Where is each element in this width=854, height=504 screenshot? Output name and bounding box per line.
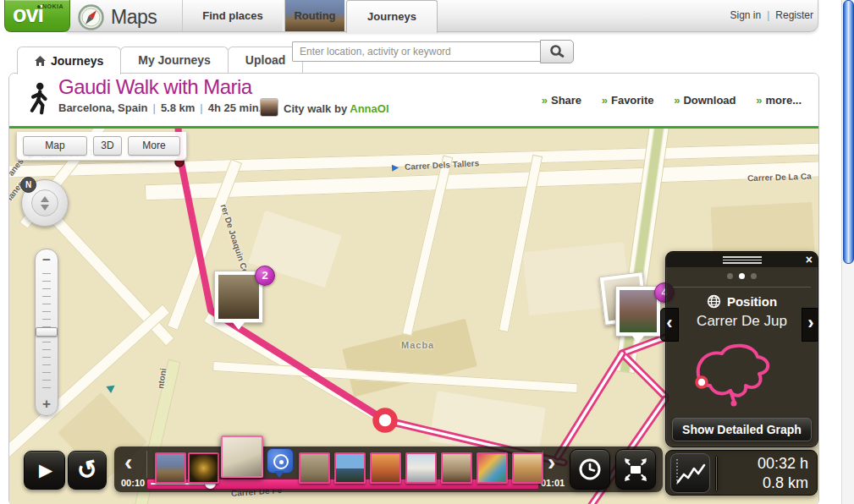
- timeline-end-time: 01:01: [541, 478, 565, 488]
- top-navigation: ovi NOKIA Maps Find places Routing Journ…: [0, 0, 854, 34]
- clock-icon: [577, 457, 603, 482]
- more-link[interactable]: »more...: [756, 94, 802, 107]
- photo-thumbnail-1[interactable]: [155, 452, 186, 484]
- camera-pin[interactable]: [267, 448, 294, 479]
- panel-next-button[interactable]: ›: [802, 308, 818, 342]
- tab-find-places[interactable]: Find places: [182, 0, 284, 31]
- journey-duration: 4h 25 min.: [208, 101, 262, 114]
- journey-actions: »Share »Favorite »Download »more...: [525, 94, 802, 107]
- zoom-slider-handle[interactable]: [36, 327, 58, 337]
- timeline-bar: ‹: [114, 446, 663, 492]
- search-button[interactable]: [540, 40, 574, 63]
- mini-map-position-dot: [697, 377, 707, 387]
- photo-thumbnail-9[interactable]: [477, 452, 508, 484]
- panel-drag-handle[interactable]: [723, 256, 762, 264]
- elevation-graph-icon[interactable]: [670, 453, 710, 493]
- replay-button[interactable]: ↺: [68, 451, 107, 490]
- thumbnails-prev-button[interactable]: ‹: [124, 450, 132, 475]
- timeline-start-time: 00:10: [121, 478, 145, 488]
- journey-header: Gaudi Walk with Maria Barcelona, Spain|5…: [9, 74, 818, 126]
- photo-thumbnail-10[interactable]: [512, 452, 543, 484]
- fullscreen-button[interactable]: [615, 449, 656, 490]
- elapsed-time: 00:32 h: [758, 454, 808, 474]
- current-position-marker: [376, 411, 394, 430]
- mini-route-map: [676, 333, 807, 409]
- favorite-link[interactable]: »Favorite: [602, 94, 654, 107]
- journey-meta: Barcelona, Spain|5.8 km|4h 25 min.: [58, 101, 262, 114]
- camera-pin-body: [267, 448, 294, 474]
- position-panel: × Position: [665, 251, 818, 447]
- play-button[interactable]: ▶: [24, 451, 65, 490]
- journey-distance: 5.8 km: [161, 101, 195, 114]
- panel-prev-button[interactable]: ‹: [660, 308, 679, 342]
- ovi-nokia-logo[interactable]: ovi NOKIA: [4, 0, 70, 32]
- download-link[interactable]: »Download: [674, 94, 736, 107]
- photo-thumbnail-2[interactable]: [188, 452, 219, 484]
- fullscreen-icon: [622, 456, 649, 483]
- compass-pan-control[interactable]: N: [21, 179, 69, 227]
- author-avatar[interactable]: [260, 98, 278, 117]
- photo-thumbnail-6[interactable]: [370, 452, 401, 484]
- photo-thumbnail-4[interactable]: [299, 452, 330, 484]
- marker-tail: [631, 335, 645, 343]
- page-dot-active[interactable]: [739, 273, 745, 279]
- photo-thumbnail-3-selected[interactable]: [221, 436, 263, 478]
- register-link[interactable]: Register: [775, 9, 813, 21]
- tab-journeys[interactable]: Journeys: [346, 0, 438, 33]
- sign-in-link[interactable]: Sign in: [730, 9, 761, 21]
- play-icon: ▶: [39, 460, 52, 480]
- nokia-dot-icon: [37, 5, 41, 8]
- show-detailed-graph-button[interactable]: Show Detailed Graph: [672, 418, 812, 441]
- home-icon: [35, 56, 46, 66]
- thumbnails-next-button[interactable]: ›: [548, 450, 555, 475]
- pan-up-icon: [41, 192, 49, 202]
- zoom-in-button[interactable]: +: [36, 395, 58, 414]
- subtab-my-journeys[interactable]: My Journeys: [120, 47, 229, 73]
- panel-title: Position: [727, 294, 777, 309]
- journey-byline: City walk by AnnaOl: [284, 102, 389, 115]
- replay-icon: ↺: [74, 453, 101, 486]
- marker-badge-2: 2: [255, 266, 275, 286]
- 3d-button[interactable]: 3D: [93, 136, 122, 156]
- journeys-subnav: Journeys My Journeys Upload: [0, 34, 854, 73]
- camera-icon: [273, 454, 289, 469]
- page-dot[interactable]: [751, 273, 757, 279]
- search-input[interactable]: [292, 41, 540, 62]
- nokia-logo-text: NOKIA: [42, 3, 63, 9]
- author-link[interactable]: AnnaOl: [350, 102, 388, 115]
- compass-north-badge: N: [20, 177, 36, 193]
- clock-mode-button[interactable]: [570, 449, 610, 490]
- auth-separator: |: [767, 9, 769, 21]
- page-scrollbar-thumb[interactable]: [843, 0, 854, 264]
- photo-thumbnail-8[interactable]: [441, 452, 472, 484]
- panel-close-button[interactable]: ×: [806, 252, 813, 267]
- camera-pin-tail: [274, 471, 284, 483]
- app-window: ovi NOKIA Maps Find places Routing Journ…: [0, 0, 854, 504]
- tab-routing[interactable]: Routing: [284, 0, 345, 31]
- marker-tail: [232, 321, 245, 330]
- journey-title: Gaudi Walk with Maria: [58, 75, 252, 99]
- search-icon: [549, 44, 565, 59]
- journey-card: Gaudi Walk with Maria Barcelona, Spain|5…: [8, 73, 819, 504]
- zoom-slider[interactable]: − +: [35, 249, 58, 416]
- walking-person-icon: [26, 82, 52, 116]
- panel-position-row: Position: [666, 294, 818, 309]
- zoom-out-button[interactable]: −: [36, 251, 58, 270]
- journeys-tab-group: Journeys My Journeys Upload: [17, 47, 302, 74]
- pan-control-core[interactable]: [31, 189, 58, 216]
- stats-values: 00:32 h 0.8 km: [758, 454, 808, 493]
- photo-thumbnail-7[interactable]: [405, 452, 437, 484]
- share-link[interactable]: »Share: [542, 94, 581, 107]
- marker-photo: [620, 290, 657, 332]
- subtab-journeys[interactable]: Journeys: [17, 47, 121, 74]
- map-button[interactable]: Map: [23, 136, 87, 156]
- search-box: [292, 40, 574, 63]
- maps-brand: Maps: [78, 3, 157, 31]
- top-nav-strip: [66, 0, 818, 32]
- photo-thumbnail-5[interactable]: [334, 452, 366, 484]
- more-button[interactable]: More: [128, 136, 180, 156]
- page-scrollbar-track[interactable]: [841, 0, 854, 504]
- page-dot[interactable]: [727, 273, 733, 279]
- route-traveled: [178, 129, 385, 420]
- map-canvas[interactable]: Carrer Dels Tallers Carrer Dels Tallers …: [9, 129, 818, 504]
